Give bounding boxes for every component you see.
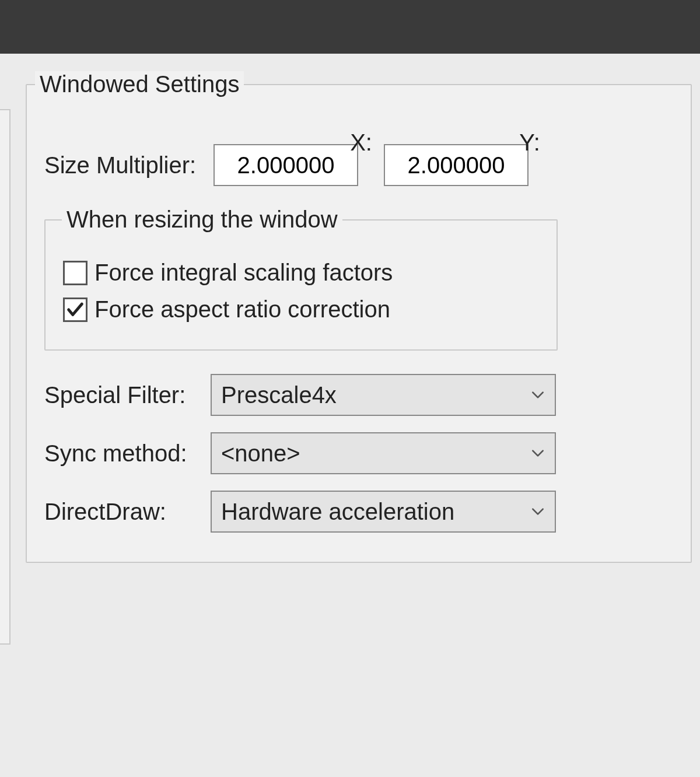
resize-group: When resizing the window Force integral … <box>44 206 558 351</box>
special-filter-row: Special Filter: Prescale4x <box>44 374 691 416</box>
sync-method-value: <none> <box>221 440 300 467</box>
sync-method-row: Sync method: <none> <box>44 432 691 474</box>
checkmark-icon <box>65 300 85 320</box>
force-aspect-label: Force aspect ratio correction <box>94 296 390 323</box>
sync-method-label: Sync method: <box>44 440 211 467</box>
force-integral-row: Force integral scaling factors <box>63 260 545 286</box>
y-header-label: Y: <box>449 130 610 156</box>
directdraw-label: DirectDraw: <box>44 499 211 525</box>
chevron-down-icon <box>530 446 545 461</box>
directdraw-dropdown[interactable]: Hardware acceleration <box>211 491 556 533</box>
special-filter-value: Prescale4x <box>221 382 337 408</box>
force-integral-label: Force integral scaling factors <box>94 260 393 286</box>
force-integral-checkbox[interactable] <box>63 261 88 285</box>
xy-headers: X: Y: <box>284 130 610 156</box>
special-filter-label: Special Filter: <box>44 382 211 408</box>
sync-method-dropdown[interactable]: <none> <box>211 432 556 474</box>
size-multiplier-label: Size Multiplier: <box>44 152 214 178</box>
directdraw-row: DirectDraw: Hardware acceleration <box>44 491 691 533</box>
special-filter-dropdown[interactable]: Prescale4x <box>211 374 556 416</box>
x-header-label: X: <box>284 130 439 156</box>
force-aspect-checkbox[interactable] <box>63 298 88 322</box>
resize-legend: When resizing the window <box>62 206 342 233</box>
windowed-settings-group: Windowed Settings X: Y: Size Multiplier:… <box>26 71 692 563</box>
force-aspect-row: Force aspect ratio correction <box>63 296 545 323</box>
title-bar-area <box>0 0 700 54</box>
left-groupbox-edge <box>0 109 10 645</box>
windowed-settings-legend: Windowed Settings <box>35 71 244 97</box>
chevron-down-icon <box>530 504 545 519</box>
chevron-down-icon <box>530 387 545 402</box>
directdraw-value: Hardware acceleration <box>221 499 454 525</box>
